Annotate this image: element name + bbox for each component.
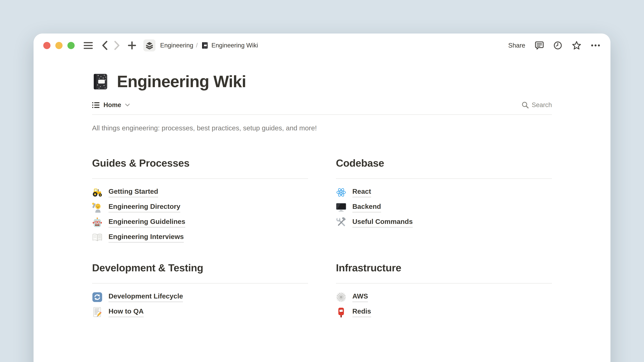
page-link-useful-commands[interactable]: Useful Commands — [336, 215, 552, 230]
section-development-testing: Development & Testing Development Lifecy… — [92, 262, 308, 320]
hammer-wrench-icon — [336, 217, 346, 228]
page-link-getting-started[interactable]: Getting Started — [92, 185, 308, 200]
breadcrumb-parent[interactable]: Engineering — [160, 42, 193, 49]
page-link-react[interactable]: React — [336, 185, 552, 200]
notebook-icon — [202, 42, 209, 49]
open-book-icon — [92, 232, 102, 243]
memo-icon — [92, 307, 102, 318]
arrows-cycle-icon — [92, 292, 102, 302]
breadcrumb-current[interactable]: Engineering Wiki — [212, 42, 258, 49]
zoom-button[interactable] — [68, 42, 75, 49]
page-link-label: React — [352, 188, 371, 197]
section-infrastructure: Infrastructure AWS — [336, 262, 552, 320]
window-controls — [43, 42, 75, 49]
more-options-icon[interactable] — [591, 44, 600, 46]
page-link-development-lifecycle[interactable]: Development Lifecycle — [92, 290, 308, 305]
robot-icon — [92, 217, 102, 228]
divider — [336, 283, 552, 284]
page-link-engineering-directory[interactable]: Engineering Directory — [92, 200, 308, 215]
sidebar-toggle-icon[interactable] — [83, 41, 93, 50]
divider — [92, 178, 308, 179]
section-title: Guides & Processes — [92, 157, 308, 169]
search-label: Search — [532, 101, 552, 109]
close-button[interactable] — [43, 42, 50, 49]
page-link-label: Getting Started — [108, 188, 158, 197]
section-codebase: Codebase React — [336, 157, 552, 245]
page-columns: Guides & Processes — [92, 157, 552, 320]
history-clock-icon[interactable] — [554, 41, 562, 50]
window-titlebar: Engineering / Engineering Wiki Share — [34, 33, 610, 57]
section-title: Development & Testing — [92, 262, 308, 274]
page-link-backend[interactable]: Backend — [336, 200, 552, 215]
spider-web-icon — [336, 292, 346, 302]
section-title: Infrastructure — [336, 262, 552, 274]
page-link-label: Redis — [352, 307, 371, 317]
postbox-icon — [336, 307, 346, 318]
desktop-computer-icon — [336, 202, 346, 213]
tractor-icon — [92, 187, 102, 198]
divider — [336, 178, 552, 179]
page-link-label: Backend — [352, 203, 381, 213]
view-tabs-row: Home Search — [92, 101, 552, 115]
page-link-label: Engineering Guidelines — [108, 218, 185, 228]
nav-back-icon[interactable] — [102, 41, 108, 50]
comments-icon[interactable] — [535, 41, 544, 50]
person-raising-hand-icon — [92, 202, 102, 213]
tab-home-label: Home — [104, 101, 121, 109]
page-link-label: Development Lifecycle — [108, 292, 183, 302]
chevron-down-icon — [125, 103, 130, 107]
tab-home[interactable]: Home — [92, 101, 130, 109]
section-title: Codebase — [336, 157, 552, 169]
nav-forward-icon[interactable] — [114, 41, 120, 50]
page-link-how-to-qa[interactable]: How to QA — [92, 305, 308, 320]
page-link-aws[interactable]: AWS — [336, 290, 552, 305]
page-link-label: How to QA — [108, 307, 144, 317]
page-link-engineering-interviews[interactable]: Engineering Interviews — [92, 230, 308, 245]
layers-icon — [145, 41, 154, 50]
notebook-icon[interactable] — [92, 73, 110, 90]
page-stack-button[interactable] — [144, 39, 156, 51]
notion-window: Engineering / Engineering Wiki Share — [34, 33, 610, 362]
page-link-label: Useful Commands — [352, 218, 413, 228]
page-link-redis[interactable]: Redis — [336, 305, 552, 320]
page-title[interactable]: Engineering Wiki — [117, 72, 246, 91]
search-button[interactable]: Search — [522, 101, 552, 109]
page-description: All things engineering: processes, best … — [92, 124, 552, 132]
search-icon — [522, 102, 529, 109]
page-link-label: Engineering Directory — [108, 203, 180, 213]
minimize-button[interactable] — [55, 42, 62, 49]
new-page-icon[interactable] — [127, 41, 137, 50]
section-guides-processes: Guides & Processes — [92, 157, 308, 245]
favorite-star-icon[interactable] — [572, 41, 581, 50]
divider — [92, 283, 308, 284]
bulleted-list-icon — [92, 102, 100, 108]
breadcrumb: Engineering / Engineering Wiki — [160, 42, 258, 49]
page-link-label: AWS — [352, 292, 368, 302]
page-link-engineering-guidelines[interactable]: Engineering Guidelines — [92, 215, 308, 230]
page-link-label: Engineering Interviews — [108, 233, 184, 243]
breadcrumb-separator: / — [196, 42, 198, 49]
share-button[interactable]: Share — [508, 42, 525, 49]
page-header: Engineering Wiki — [92, 72, 552, 91]
react-icon — [336, 187, 346, 198]
